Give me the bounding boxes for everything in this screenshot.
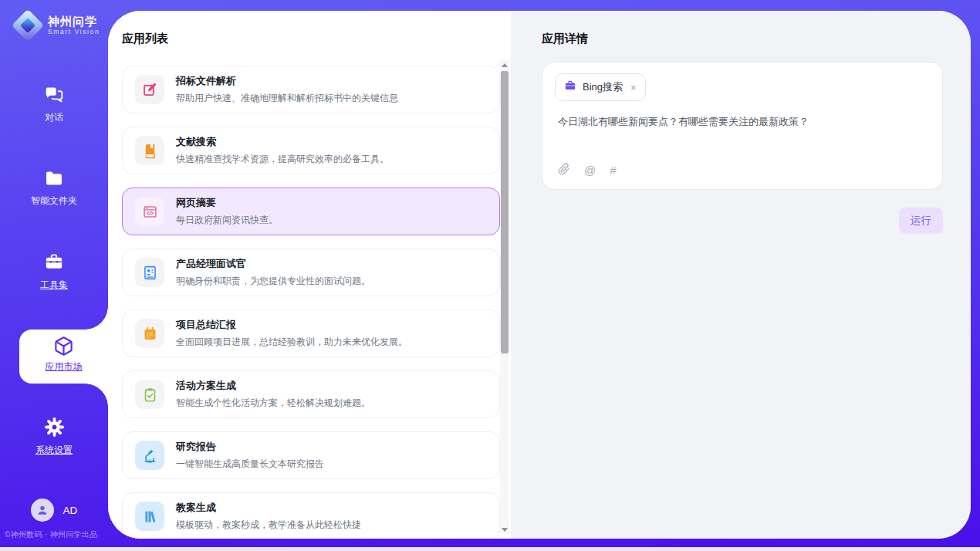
at-icon[interactable]: @ — [584, 164, 596, 177]
sidebar-item-label: 对话 — [45, 111, 63, 124]
scroll-down-arrow[interactable] — [500, 525, 509, 534]
app-detail-panel: 应用详情 Bing搜索 × 今日湖北有哪些新闻要点？有哪些需要关注的最新政策？ — [511, 11, 971, 539]
scrollbar-thumb[interactable] — [501, 71, 509, 353]
sidebar: 神州问学 Smart Vision 对话 智能文件夹 — [0, 0, 108, 551]
app-window: { "brand": { "name": "神州问学", "tagline": … — [0, 0, 980, 551]
list-item-project-summary[interactable]: 项目总结汇报 全面回顾项目进展，总结经验教训，助力未来优化发展。 — [122, 309, 500, 357]
app-name: 网页摘要 — [176, 196, 278, 210]
brand-name: 神州问学 — [48, 15, 100, 28]
list-scrollbar[interactable] — [500, 60, 509, 534]
app-name: 活动方案生成 — [176, 379, 370, 393]
books-icon — [135, 502, 164, 531]
list-item-lesson-plan[interactable]: 教案生成 模板驱动，教案秒成，教学准备从此轻松快捷 — [122, 492, 500, 539]
avatar — [31, 499, 54, 522]
list-item-event-plan[interactable]: 活动方案生成 智能生成个性化活动方案，轻松解决规划难题。 — [122, 370, 500, 418]
edit-doc-icon — [135, 75, 164, 104]
sidebar-item-label: 智能文件夹 — [31, 194, 77, 208]
app-name: 研究报告 — [176, 440, 324, 454]
browser-code-icon — [135, 197, 164, 226]
toolbox-icon — [0, 252, 108, 272]
query-composer-card[interactable]: Bing搜索 × 今日湖北有哪些新闻要点？有哪些需要关注的最新政策？ @ # — [542, 62, 943, 190]
sidebar-item-label: 系统设置 — [35, 444, 73, 457]
tool-chip-bing-search[interactable]: Bing搜索 × — [555, 73, 646, 101]
sidebar-item-app-market[interactable]: 应用市场 — [19, 330, 108, 384]
briefcase-icon — [564, 79, 576, 95]
clipboard-check-icon — [135, 380, 164, 409]
paperclip-icon[interactable] — [558, 163, 570, 178]
user-name: AD — [63, 505, 78, 516]
sidebar-item-chat[interactable]: 对话 — [0, 85, 108, 124]
list-item-bid-parse[interactable]: 招标文件解析 帮助用户快速、准确地理解和解析招标书中的关键信息 — [122, 66, 500, 113]
list-item-web-summary[interactable]: 网页摘要 每日政府新闻资讯快查。 — [122, 188, 500, 235]
copyright-text: ©神州数码 · 神州问学出品 — [5, 529, 108, 540]
user-account[interactable]: AD — [0, 499, 108, 522]
app-name: 项目总结汇报 — [176, 318, 407, 332]
app-name: 教案生成 — [176, 501, 361, 515]
app-list-title: 应用列表 — [122, 32, 168, 46]
query-input[interactable]: 今日湖北有哪些新闻要点？有哪些需要关注的最新政策？ — [558, 115, 927, 129]
composer-toolbar: @ # — [558, 163, 617, 178]
gear-icon — [0, 417, 108, 438]
run-button[interactable]: 运行 — [899, 208, 943, 234]
book-icon — [135, 136, 164, 165]
app-desc: 全面回顾项目进展，总结经验教训，助力未来优化发展。 — [176, 336, 407, 349]
app-desc: 智能生成个性化活动方案，轻松解决规划难题。 — [176, 397, 370, 410]
hash-icon[interactable]: # — [610, 164, 616, 177]
sidebar-item-toolset[interactable]: 工具集 — [0, 252, 108, 292]
folder-icon — [0, 168, 108, 188]
app-desc: 明确身份和职责，为您提供专业性的面试问题。 — [176, 275, 370, 288]
chat-icon — [0, 85, 108, 105]
interview-icon — [135, 258, 164, 287]
sidebar-item-label: 应用市场 — [46, 360, 83, 374]
app-name: 产品经理面试官 — [176, 257, 370, 271]
app-name: 招标文件解析 — [176, 74, 398, 88]
app-desc: 模板驱动，教案秒成，教学准备从此轻松快捷 — [176, 519, 361, 532]
list-item-literature-search[interactable]: 文献搜索 快速精准查找学术资源，提高研究效率的必备工具。 — [122, 127, 500, 174]
cube-icon — [19, 336, 108, 357]
sidebar-item-smart-folder[interactable]: 智能文件夹 — [0, 168, 108, 208]
tool-chip-label: Bing搜索 — [583, 80, 623, 94]
calendar-icon — [135, 319, 164, 348]
chip-remove-icon[interactable]: × — [630, 82, 637, 93]
brand-logo: 神州问学 Smart Vision — [14, 12, 100, 39]
app-desc: 每日政府新闻资讯快查。 — [176, 214, 278, 227]
list-item-research-report[interactable]: 研究报告 一键智能生成高质量长文本研究报告 — [122, 431, 500, 479]
app-desc: 一键智能生成高质量长文本研究报告 — [176, 458, 324, 471]
sidebar-item-settings[interactable]: 系统设置 — [0, 417, 108, 457]
main-panel: 应用列表 招标文件解析 帮助用户快速、准确地理解和解析招标书中的关键信息 — [108, 11, 971, 539]
list-item-pm-interviewer[interactable]: 产品经理面试官 明确身份和职责，为您提供专业性的面试问题。 — [122, 248, 500, 296]
microscope-icon — [135, 441, 164, 470]
app-detail-title: 应用详情 — [542, 32, 588, 46]
app-name: 文献搜索 — [176, 135, 389, 149]
app-list-panel: 应用列表 招标文件解析 帮助用户快速、准确地理解和解析招标书中的关键信息 — [108, 11, 511, 539]
scroll-up-arrow[interactable] — [500, 60, 509, 69]
app-list: 招标文件解析 帮助用户快速、准确地理解和解析招标书中的关键信息 文献搜索 快速精… — [122, 66, 500, 539]
window-bottom-edge — [0, 547, 980, 551]
app-desc: 快速精准查找学术资源，提高研究效率的必备工具。 — [176, 153, 389, 166]
sidebar-item-label: 工具集 — [40, 279, 68, 292]
diamond-logo-icon — [14, 12, 42, 39]
app-desc: 帮助用户快速、准确地理解和解析招标书中的关键信息 — [176, 92, 398, 105]
brand-tagline: Smart Vision — [48, 28, 100, 36]
